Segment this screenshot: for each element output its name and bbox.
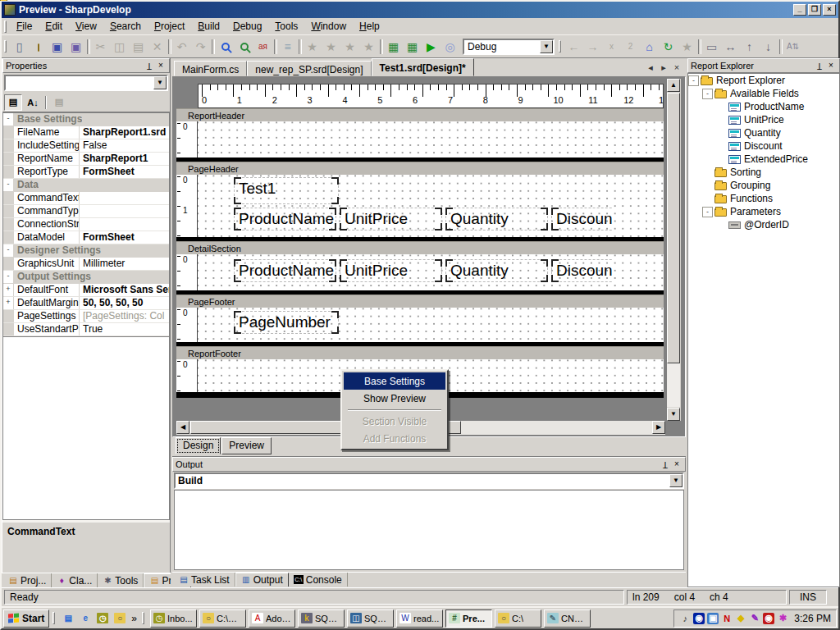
- tab-preview[interactable]: Preview: [221, 437, 272, 454]
- toggle-width-button[interactable]: ↔: [721, 38, 740, 56]
- favorites-button[interactable]: ★: [678, 38, 696, 56]
- tab-close-icon[interactable]: ×: [671, 62, 682, 73]
- scroll-down-icon[interactable]: ▼: [667, 408, 680, 421]
- expand-icon[interactable]: +: [3, 284, 14, 296]
- property-value[interactable]: True: [80, 323, 169, 336]
- menu-edit[interactable]: Edit: [39, 19, 69, 34]
- cut-button[interactable]: ✂: [91, 38, 110, 56]
- task-search-cpr[interactable]: ○ C:\Pr...: [199, 609, 246, 628]
- property-value[interactable]: 50, 50, 50, 50: [80, 297, 169, 309]
- expand-icon[interactable]: [3, 258, 14, 270]
- expand-icon[interactable]: [716, 220, 727, 231]
- toolbar-grip[interactable]: [4, 40, 7, 52]
- expand-icon[interactable]: [716, 102, 727, 112]
- show-desktop-icon[interactable]: ▤: [61, 611, 75, 626]
- section-content[interactable]: [198, 121, 664, 158]
- report-item-field[interactable]: Quantity: [445, 259, 548, 282]
- property-row[interactable]: PageSettings [PageSettings: Col: [3, 310, 169, 323]
- navigate-forward-button[interactable]: →: [583, 38, 602, 56]
- debug-configuration-combo[interactable]: Debug ▼: [463, 39, 555, 55]
- report-item-field[interactable]: Discount: [551, 259, 612, 282]
- bookmark-next-button[interactable]: ★: [340, 38, 359, 56]
- expand-icon[interactable]: -: [3, 244, 14, 257]
- move-up-button[interactable]: ↑: [740, 38, 759, 56]
- chevron-icon[interactable]: »: [130, 613, 139, 624]
- bookmark-clear-button[interactable]: ★: [359, 38, 378, 56]
- tree-node[interactable]: Discount: [688, 139, 839, 153]
- tab-task-list[interactable]: ▤ Task List: [174, 573, 235, 587]
- scrollbar-thumb[interactable]: [667, 93, 680, 363]
- property-row[interactable]: ReportName SharpReport1: [3, 153, 169, 166]
- tree-node[interactable]: Sorting: [688, 166, 839, 179]
- ctx-base-settings[interactable]: Base Settings: [344, 372, 445, 390]
- macro-record-button[interactable]: ▦: [384, 38, 403, 56]
- toolbar-grip-2[interactable]: [559, 40, 561, 52]
- section-bar-pagefooter[interactable]: PageFooter: [176, 294, 664, 308]
- property-row[interactable]: ReportType FormSheet: [3, 166, 169, 179]
- vertical-scrollbar[interactable]: ▲ ▼: [667, 79, 681, 421]
- menu-tools[interactable]: Tools: [268, 19, 304, 34]
- display-icon[interactable]: ▣: [707, 613, 719, 624]
- property-row[interactable]: ConnectionStrin: [3, 218, 169, 231]
- alphabetical-button[interactable]: A↓: [24, 94, 42, 111]
- tab-design[interactable]: Design: [176, 437, 221, 454]
- expand-icon[interactable]: -: [702, 89, 713, 99]
- property-row[interactable]: UseStandartPrir True: [3, 323, 169, 336]
- expand-icon[interactable]: [3, 218, 14, 231]
- property-value[interactable]: [PageSettings: Col: [80, 310, 169, 322]
- expand-icon[interactable]: [3, 231, 14, 244]
- expand-icon[interactable]: +: [3, 297, 14, 309]
- expand-icon[interactable]: -: [3, 113, 14, 126]
- netware-icon[interactable]: N: [721, 613, 733, 624]
- tab-projects[interactable]: ▤ Proj...: [3, 573, 52, 587]
- property-row[interactable]: GraphicsUnit Millimeter: [3, 258, 169, 271]
- macro-play-button[interactable]: ▦: [403, 38, 422, 56]
- toolbar-button[interactable]: [778, 38, 783, 56]
- expand-icon[interactable]: [3, 323, 14, 336]
- expand-icon[interactable]: -: [3, 271, 14, 283]
- tree-node[interactable]: ProductName: [688, 100, 839, 113]
- expand-icon[interactable]: -: [3, 179, 14, 191]
- ati-icon[interactable]: ◉: [763, 613, 774, 624]
- report-item-pagenumber[interactable]: PageNumber: [234, 311, 339, 334]
- tree-node[interactable]: Functions: [688, 192, 839, 205]
- output-channel-combo[interactable]: Build ▼: [174, 472, 684, 489]
- expand-icon[interactable]: [3, 192, 14, 204]
- ctx-section-visible[interactable]: Section Visible: [344, 413, 445, 430]
- tab-console[interactable]: C:\ Console: [289, 573, 348, 587]
- property-value[interactable]: False: [80, 139, 169, 152]
- novell-icon[interactable]: ◆: [735, 613, 746, 624]
- expand-icon[interactable]: [3, 310, 14, 322]
- property-value[interactable]: Microsoft Sans Ser: [80, 284, 169, 296]
- property-row[interactable]: + DefaultFont Microsoft Sans Ser: [3, 284, 169, 297]
- search-launch-icon[interactable]: ○: [112, 611, 127, 626]
- toolbar-button[interactable]: [297, 38, 303, 56]
- tree-node[interactable]: Grouping: [688, 179, 839, 192]
- report-item-title[interactable]: Test1: [234, 177, 339, 204]
- property-row[interactable]: IncludeSettings False: [3, 139, 169, 153]
- bookmark-prev-button[interactable]: ★: [322, 38, 340, 56]
- tree-node[interactable]: - Parameters: [688, 205, 839, 218]
- property-row[interactable]: FileName SharpReport1.srd: [3, 126, 169, 139]
- task-sql-1[interactable]: k SQL ...: [298, 609, 345, 628]
- ctx-show-preview[interactable]: Show Preview: [344, 390, 445, 407]
- home-button[interactable]: ⌂: [640, 38, 659, 56]
- menu-window[interactable]: Window: [304, 19, 353, 34]
- redo-button[interactable]: ↷: [191, 38, 210, 56]
- stylus-icon[interactable]: ✎: [749, 613, 760, 624]
- expand-icon[interactable]: -: [688, 75, 699, 86]
- refresh-browser-button[interactable]: ↻: [659, 38, 678, 56]
- toolbar-button[interactable]: [85, 38, 91, 56]
- scroll-up-icon[interactable]: ▲: [667, 79, 680, 92]
- property-value[interactable]: SharpReport1.srd: [80, 126, 169, 139]
- property-row[interactable]: - Output Settings: [3, 271, 169, 284]
- expand-icon[interactable]: [3, 126, 14, 139]
- accessibility-icon[interactable]: ✱: [777, 613, 788, 624]
- task-cnc[interactable]: ✎ CNC ...: [544, 609, 591, 628]
- tab-mainform[interactable]: MainForm.cs: [174, 61, 247, 76]
- expand-icon[interactable]: [702, 167, 713, 178]
- tab-output[interactable]: ▥ Output: [235, 573, 289, 587]
- report-item-field[interactable]: UnitPrice: [340, 208, 442, 231]
- start-button[interactable]: Start: [3, 609, 49, 628]
- expand-icon[interactable]: [3, 205, 14, 217]
